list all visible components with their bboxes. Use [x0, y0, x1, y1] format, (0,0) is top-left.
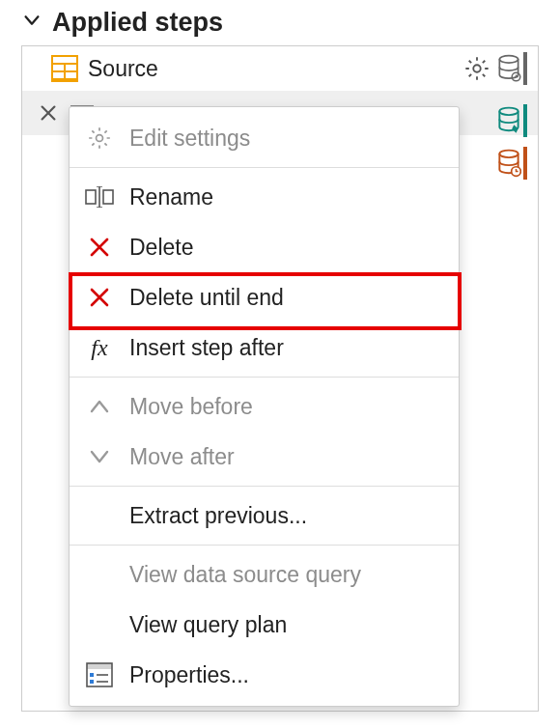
svg-rect-18 — [87, 663, 112, 669]
chevron-down-icon — [21, 10, 42, 37]
table-icon — [51, 55, 78, 82]
svg-rect-3 — [66, 65, 76, 70]
fx-icon: fx — [83, 333, 116, 362]
menu-properties[interactable]: Properties... — [70, 650, 459, 700]
menu-separator — [70, 486, 459, 487]
menu-item-label: Extract previous... — [129, 503, 441, 529]
menu-item-label: Move after — [129, 444, 441, 470]
delete-x-icon — [83, 233, 116, 262]
menu-item-label: Delete — [129, 235, 441, 261]
svg-point-6 — [473, 65, 480, 71]
svg-point-7 — [499, 56, 518, 63]
svg-rect-15 — [86, 190, 96, 204]
menu-move-before[interactable]: Move before — [70, 381, 459, 432]
chevron-down-icon — [83, 442, 116, 471]
blank-icon — [83, 610, 116, 639]
menu-view-query-plan[interactable]: View query plan — [70, 600, 459, 650]
database-icon[interactable] — [496, 52, 530, 85]
applied-steps-header[interactable]: Applied steps — [0, 0, 560, 45]
svg-rect-4 — [53, 72, 64, 78]
blank-icon — [83, 501, 116, 530]
menu-item-label: Rename — [129, 184, 441, 210]
applied-steps-title: Applied steps — [52, 8, 223, 38]
svg-rect-19 — [90, 673, 94, 677]
chevron-up-icon — [83, 392, 116, 421]
svg-rect-20 — [90, 680, 94, 684]
step-source[interactable]: Source — [22, 46, 538, 91]
applied-steps-panel: Source — [21, 45, 539, 712]
delete-x-icon — [83, 283, 116, 312]
svg-rect-16 — [103, 190, 113, 204]
menu-item-label: Properties... — [129, 662, 441, 688]
menu-insert-step-after[interactable]: fx Insert step after — [70, 322, 459, 373]
gear-icon — [83, 124, 116, 153]
menu-rename[interactable]: Rename — [70, 172, 459, 222]
menu-view-data-source-query[interactable]: View data source query — [70, 549, 459, 600]
gear-icon[interactable] — [463, 55, 490, 82]
close-icon[interactable] — [28, 91, 69, 135]
menu-item-label: Insert step after — [129, 335, 441, 361]
properties-icon — [83, 660, 116, 689]
menu-item-label: Move before — [129, 394, 441, 420]
menu-separator — [70, 545, 459, 546]
svg-rect-5 — [66, 72, 76, 78]
menu-item-label: Edit settings — [129, 126, 441, 152]
database-native-icon[interactable] — [496, 104, 530, 137]
menu-item-label: View data source query — [129, 562, 441, 588]
blank-icon — [83, 560, 116, 589]
step-context-menu: Edit settings Rename Delete Dele — [69, 106, 460, 707]
database-time-icon[interactable] — [496, 147, 530, 180]
menu-edit-settings[interactable]: Edit settings — [70, 113, 459, 163]
svg-point-14 — [97, 135, 103, 142]
menu-move-after[interactable]: Move after — [70, 432, 459, 482]
svg-point-11 — [499, 108, 518, 116]
svg-rect-1 — [53, 57, 76, 63]
svg-point-12 — [499, 151, 518, 158]
svg-rect-2 — [53, 65, 64, 70]
menu-item-label: Delete until end — [129, 285, 441, 311]
menu-extract-previous[interactable]: Extract previous... — [70, 490, 459, 541]
step-name-label: Source — [88, 56, 463, 82]
menu-separator — [70, 377, 459, 378]
menu-item-label: View query plan — [129, 612, 441, 638]
rename-icon — [83, 182, 116, 211]
menu-separator — [70, 167, 459, 168]
menu-delete-until-end[interactable]: Delete until end — [70, 272, 459, 322]
menu-delete[interactable]: Delete — [70, 222, 459, 272]
